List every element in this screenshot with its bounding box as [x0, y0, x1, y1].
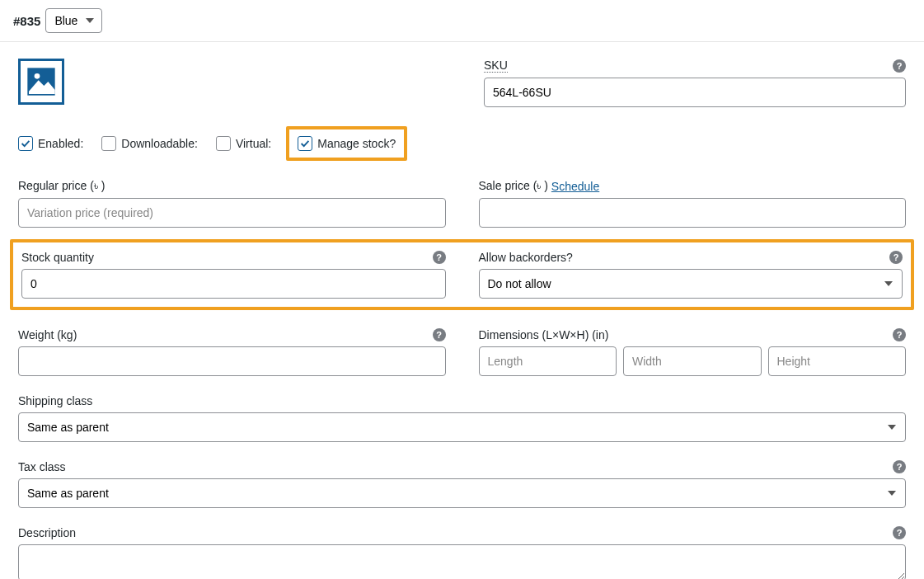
manage-stock-checkbox-wrap[interactable]: Manage stock? [298, 136, 396, 151]
stock-quantity-label: Stock quantity [21, 251, 94, 264]
virtual-label: Virtual: [236, 137, 271, 150]
tax-class-select[interactable]: Same as parent [18, 478, 906, 508]
sale-price-input[interactable] [479, 198, 907, 228]
variation-image-placeholder[interactable] [18, 59, 64, 105]
allow-backorders-select[interactable]: Do not allow [479, 269, 903, 299]
stock-quantity-input[interactable] [21, 269, 446, 299]
manage-stock-checkbox[interactable] [298, 136, 312, 151]
sku-label: SKU [484, 59, 508, 73]
allow-backorders-label: Allow backorders? [479, 251, 573, 264]
weight-input[interactable] [18, 346, 446, 376]
enabled-label: Enabled: [38, 137, 83, 150]
help-icon[interactable]: ? [889, 251, 903, 264]
sku-input[interactable] [484, 78, 906, 107]
sale-price-label: Sale price (৳ ) [479, 179, 548, 193]
downloadable-checkbox-wrap[interactable]: Downloadable: [101, 136, 198, 151]
shipping-class-label: Shipping class [18, 394, 92, 407]
height-input[interactable] [768, 346, 907, 376]
help-icon[interactable]: ? [433, 251, 446, 264]
variation-header: #835 Blue [0, 0, 924, 42]
help-icon[interactable]: ? [433, 328, 446, 341]
length-input[interactable] [479, 346, 617, 376]
weight-label: Weight (kg) [18, 328, 77, 341]
attribute-select[interactable]: Blue [45, 8, 102, 33]
downloadable-checkbox[interactable] [101, 136, 116, 151]
help-icon[interactable]: ? [893, 328, 906, 341]
regular-price-input[interactable] [18, 198, 446, 228]
help-icon[interactable]: ? [893, 526, 906, 539]
enabled-checkbox[interactable] [18, 136, 33, 151]
dimensions-label: Dimensions (L×W×H) (in) [479, 328, 609, 341]
image-icon [25, 65, 58, 98]
tax-class-label: Tax class [18, 460, 66, 473]
schedule-link[interactable]: Schedule [551, 180, 599, 193]
shipping-class-select[interactable]: Same as parent [18, 412, 906, 442]
virtual-checkbox-wrap[interactable]: Virtual: [216, 136, 271, 151]
width-input[interactable] [623, 346, 762, 376]
virtual-checkbox[interactable] [216, 136, 231, 151]
downloadable-label: Downloadable: [121, 137, 198, 150]
svg-point-1 [35, 73, 40, 79]
manage-stock-label: Manage stock? [317, 137, 396, 150]
enabled-checkbox-wrap[interactable]: Enabled: [18, 136, 83, 151]
description-textarea[interactable] [18, 544, 906, 579]
help-icon[interactable]: ? [893, 59, 906, 73]
description-label: Description [18, 526, 76, 539]
variation-id: #835 [13, 14, 40, 28]
regular-price-label: Regular price (৳ ) [18, 179, 105, 193]
help-icon[interactable]: ? [893, 460, 906, 473]
